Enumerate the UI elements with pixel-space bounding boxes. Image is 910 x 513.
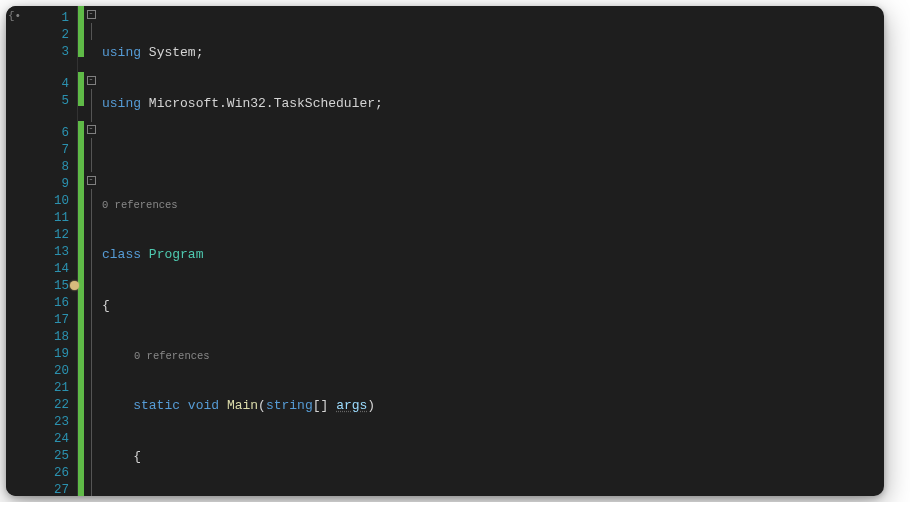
code-line[interactable]: static void Main(string[] args)	[102, 397, 876, 414]
codelens-references[interactable]: 0 references	[102, 197, 876, 212]
outline-collapse-bar[interactable]: - - - -	[84, 6, 98, 496]
code-line[interactable]	[102, 146, 876, 163]
line-number: 15	[10, 278, 69, 295]
collapse-toggle-icon[interactable]: -	[87, 10, 96, 19]
collapse-toggle-icon[interactable]: -	[87, 176, 96, 185]
code-editor[interactable]: {• 1 2 3 4 5 6 7 8 9 10 11 12 13 14 15 1…	[6, 6, 884, 496]
code-line[interactable]: {	[102, 297, 876, 314]
left-margin-glyph: {•	[8, 6, 20, 496]
codelens-references[interactable]: 0 references	[102, 348, 876, 363]
code-body[interactable]: using System; using Microsoft.Win32.Task…	[98, 6, 884, 496]
code-line[interactable]: using Microsoft.Win32.TaskScheduler;	[102, 95, 876, 112]
collapse-toggle-icon[interactable]: -	[87, 76, 96, 85]
fold-glyph: {•	[8, 10, 21, 22]
code-line[interactable]: class Program	[102, 246, 876, 263]
collapse-toggle-icon[interactable]: -	[87, 125, 96, 134]
code-line[interactable]: using System;	[102, 44, 876, 61]
code-line[interactable]: {	[102, 448, 876, 465]
